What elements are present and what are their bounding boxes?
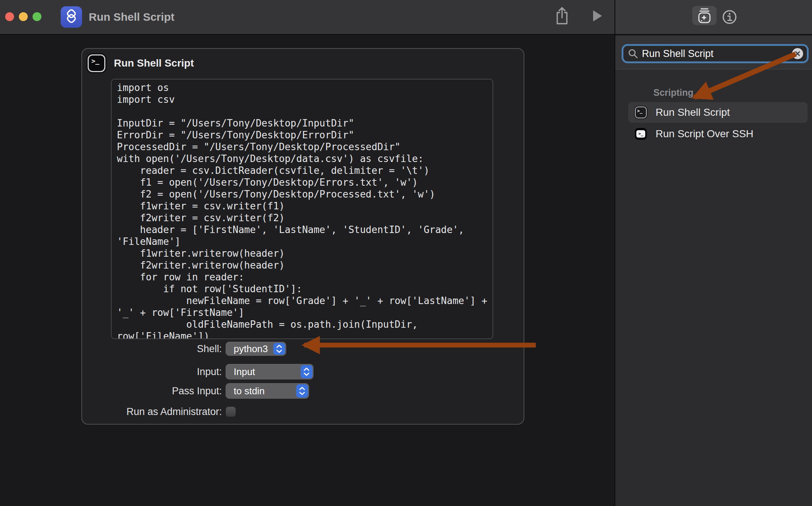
run-shell-script-action-card: >_ Run Shell Script import os import csv…	[81, 48, 524, 425]
action-library-icon	[696, 7, 713, 24]
input-popup-button[interactable]: Input	[226, 364, 314, 380]
titlebar-panel-section	[615, 0, 812, 35]
run-as-admin-row: Run as Administrator:	[82, 407, 236, 417]
info-icon	[722, 9, 737, 25]
search-field[interactable]	[622, 44, 809, 63]
pass-input-label: Pass Input:	[82, 385, 226, 397]
shell-script-code[interactable]: import os import csv InputDir = "/Users/…	[112, 80, 493, 339]
section-header-scripting: Scripting	[653, 87, 693, 98]
chevron-up-down-icon	[296, 384, 308, 398]
result-label: Run Script Over SSH	[656, 128, 754, 140]
result-run-script-over-ssh[interactable]: >_ Run Script Over SSH	[628, 124, 808, 144]
input-param-row: Input: Input	[82, 364, 314, 380]
shell-label: Shell:	[82, 343, 226, 355]
workflow-canvas: >_ Run Shell Script import os import csv…	[0, 36, 615, 506]
shell-script-editor[interactable]: import os import csv InputDir = "/Users/…	[111, 79, 493, 339]
run-shortcut-button[interactable]	[589, 8, 606, 24]
shortcuts-window: { "window": { "title": "Run Shell Script…	[0, 0, 812, 506]
clear-x-icon	[795, 51, 801, 57]
action-title: Run Shell Script	[114, 54, 194, 72]
run-as-admin-label: Run as Administrator:	[82, 406, 226, 418]
pass-input-param-row: Pass Input: to stdin	[82, 383, 309, 399]
pass-input-popup-value: to stdin	[226, 385, 265, 397]
clear-search-button[interactable]	[792, 48, 803, 59]
terminal-light-icon: >_	[635, 128, 647, 140]
shell-param-row: Shell: python3	[82, 342, 286, 356]
shell-popup-button[interactable]: python3	[226, 342, 286, 356]
search-icon	[628, 48, 638, 59]
result-label: Run Shell Script	[656, 107, 730, 118]
play-icon	[592, 10, 603, 22]
chevron-up-down-icon	[301, 365, 312, 378]
chevron-up-down-icon	[273, 343, 285, 355]
shortcuts-glyph	[63, 9, 79, 25]
shell-popup-value: python3	[226, 343, 268, 355]
search-strip	[615, 36, 812, 70]
titlebar: Run Shell Script	[0, 0, 812, 35]
terminal-dark-icon: >_	[635, 107, 647, 118]
shortcuts-app-icon	[61, 6, 82, 28]
titlebar-main-section: Run Shell Script	[0, 0, 615, 35]
share-icon	[555, 7, 569, 25]
zoom-button[interactable]	[33, 12, 41, 21]
share-button[interactable]	[554, 7, 570, 26]
action-info-button[interactable]	[722, 9, 737, 25]
close-button[interactable]	[5, 12, 14, 21]
window-title: Run Shell Script	[89, 0, 175, 34]
input-popup-value: Input	[226, 366, 255, 378]
search-input[interactable]	[642, 48, 792, 60]
terminal-icon: >_	[88, 54, 105, 72]
run-as-admin-checkbox[interactable]	[226, 407, 236, 417]
action-library-panel: Scripting >_ Run Shell Script >_ Run Scr…	[615, 36, 812, 506]
input-label: Input:	[82, 366, 226, 378]
action-library-toggle[interactable]	[692, 6, 717, 25]
pass-input-popup-button[interactable]: to stdin	[226, 383, 309, 399]
minimize-button[interactable]	[19, 12, 28, 21]
result-run-shell-script[interactable]: >_ Run Shell Script	[628, 102, 808, 123]
